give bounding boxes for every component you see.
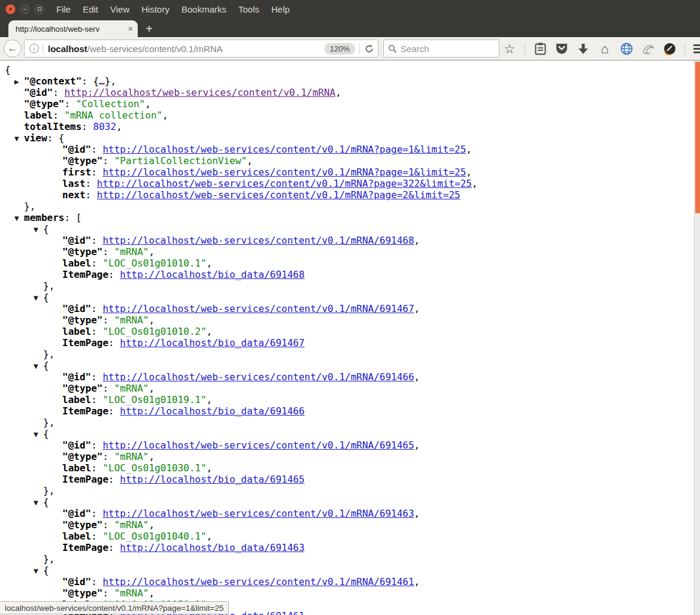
tab-close-icon[interactable]: ×	[128, 24, 133, 34]
json-link[interactable]: http://localhost/web-services/content/v0…	[102, 235, 414, 246]
json-member-id: "@id": http://localhost/web-services/con…	[0, 371, 700, 383]
json-member-itempage: ItemPage: http://localhost/bio_data/6914…	[0, 269, 700, 280]
active-tab[interactable]: http://localhost/web-serv ×	[8, 20, 138, 37]
json-member-close: },	[0, 349, 700, 360]
json-row-view-type: "@type": "PartialCollectionView",	[0, 155, 700, 166]
json-row-view-id: "@id": http://localhost/web-services/con…	[0, 144, 700, 155]
json-member-open: ▼{	[0, 428, 700, 440]
navigation-toolbar: ← i localhost /web-services/content/v0.1…	[0, 37, 700, 60]
urlbar-divider	[43, 43, 43, 54]
json-member-label: label: "LOC_Os01g01030.1",	[0, 462, 700, 474]
scrollbar-track[interactable]	[694, 60, 700, 615]
menu-tools[interactable]: Tools	[238, 4, 259, 14]
expand-triangle-icon[interactable]: ▶	[14, 76, 19, 87]
json-link[interactable]: http://localhost/bio_data/691466	[120, 405, 304, 417]
json-link[interactable]: http://localhost/web-services/content/v0…	[102, 576, 414, 587]
collapse-triangle-icon[interactable]: ▼	[34, 292, 38, 304]
new-tab-button[interactable]: +	[141, 22, 157, 36]
json-member-id: "@id": http://localhost/web-services/con…	[0, 440, 700, 451]
orange-orb-extension-icon[interactable]	[663, 43, 676, 55]
json-link[interactable]: http://localhost/web-services/content/v0…	[102, 508, 414, 519]
json-member-open: ▼{	[0, 565, 700, 576]
json-link[interactable]: http://localhost/bio_data/691463	[120, 542, 304, 553]
json-link[interactable]: http://localhost/web-services/content/v0…	[64, 87, 335, 98]
json-member-type: "@type": "mRNA",	[0, 519, 700, 531]
menu-file[interactable]: File	[56, 4, 71, 14]
json-link[interactable]: http://localhost/web-services/content/v0…	[102, 166, 466, 178]
window-maximize-button[interactable]	[34, 4, 44, 14]
toolbar-divider	[684, 43, 685, 56]
json-member-itempage: ItemPage: http://localhost/bio_data/6914…	[0, 474, 700, 485]
collapse-triangle-icon[interactable]: ▼	[14, 213, 19, 224]
json-member-type: "@type": "mRNA",	[0, 314, 700, 326]
collapse-triangle-icon[interactable]: ▼	[34, 497, 38, 508]
menu-view[interactable]: View	[110, 4, 129, 14]
json-link[interactable]: http://localhost/web-services/content/v0…	[102, 371, 414, 383]
json-row-view-next: next: http://localhost/web-services/cont…	[0, 189, 700, 201]
json-link[interactable]: http://localhost/bio_data/691465	[120, 474, 304, 485]
menu-edit[interactable]: Edit	[83, 4, 98, 14]
json-member-close: },	[0, 485, 700, 496]
json-link[interactable]: http://localhost/web-services/content/v0…	[97, 189, 460, 201]
tab-title: http://localhost/web-serv	[16, 25, 125, 34]
search-box[interactable]	[383, 40, 499, 57]
json-link[interactable]: http://localhost/web-services/content/v0…	[102, 303, 414, 314]
json-row-context: ▶"@context": {…},	[0, 75, 700, 87]
json-row-totalitems: totalItems: 8032,	[0, 121, 700, 132]
toolbar-icons: ☆ ⌂	[503, 37, 700, 60]
json-member-id: "@id": http://localhost/web-services/con…	[0, 235, 700, 246]
json-link[interactable]: http://localhost/web-services/content/v0…	[102, 144, 466, 155]
toolbar-divider	[525, 43, 525, 56]
download-icon[interactable]	[577, 43, 590, 55]
globe-extension-icon[interactable]	[620, 43, 633, 55]
json-member-label: label: "LOC_Os01g01010.1",	[0, 257, 700, 269]
json-link[interactable]: http://localhost/web-services/content/v0…	[97, 178, 472, 189]
url-path: /web-services/content/v0.1/mRNA	[87, 44, 325, 54]
search-input[interactable]	[401, 44, 520, 54]
json-link[interactable]: http://localhost/bio_data/691467	[120, 337, 304, 349]
json-member-open: ▼{	[0, 292, 700, 303]
menu-help[interactable]: Help	[271, 4, 290, 14]
collapse-triangle-icon[interactable]: ▼	[14, 133, 19, 144]
search-icon	[388, 44, 397, 53]
json-row-type: "@type": "Collection",	[0, 98, 700, 110]
json-link[interactable]: http://localhost/web-services/content/v0…	[102, 440, 414, 451]
collapse-triangle-icon[interactable]: ▼	[34, 565, 38, 577]
bookmark-star-icon[interactable]: ☆	[503, 43, 516, 55]
scrollbar-thumb[interactable]	[695, 62, 700, 213]
sketch-extension-icon[interactable]	[641, 43, 654, 55]
menu-hamburger-icon[interactable]	[693, 44, 700, 53]
json-member-label: label: "LOC_Os01g01019.1",	[0, 394, 700, 405]
json-row-label: label: "mRNA collection",	[0, 110, 700, 121]
menu-history[interactable]: History	[141, 4, 169, 14]
json-member-open: ▼{	[0, 360, 700, 371]
menu-bookmarks[interactable]: Bookmarks	[181, 4, 226, 14]
zoom-level-badge[interactable]: 120%	[325, 43, 355, 54]
bookmarks-list-icon[interactable]	[534, 43, 547, 55]
json-member-itempage: ItemPage: http://localhost/bio_data/6914…	[0, 405, 700, 417]
collapse-triangle-icon[interactable]: ▼	[34, 429, 38, 440]
urlbar-divider	[359, 43, 360, 54]
collapse-triangle-icon[interactable]: ▼	[34, 360, 38, 372]
collapse-triangle-icon[interactable]: ▼	[34, 224, 38, 235]
status-link-preview: localhost/web-services/content/v0.1/mRNA…	[0, 601, 229, 614]
window-minimize-button[interactable]: −	[20, 4, 30, 14]
json-member-id: "@id": http://localhost/web-services/con…	[0, 303, 700, 314]
window-controls: × −	[5, 4, 44, 14]
window-close-button[interactable]: ×	[5, 4, 16, 14]
pocket-icon[interactable]	[555, 43, 568, 54]
site-info-icon[interactable]: i	[29, 44, 39, 53]
browser-window: × − File Edit View History Bookmarks Too…	[0, 0, 700, 615]
json-member-close: },	[0, 417, 700, 428]
url-bar[interactable]: i localhost /web-services/content/v0.1/m…	[24, 40, 378, 57]
json-row-view-first: first: http://localhost/web-services/con…	[0, 166, 700, 178]
back-button[interactable]: ←	[4, 40, 22, 57]
reload-icon[interactable]	[364, 44, 374, 54]
json-row-view-last: last: http://localhost/web-services/cont…	[0, 178, 700, 189]
json-link[interactable]: http://localhost/bio_data/691468	[120, 269, 304, 280]
window-titlebar: × − File Edit View History Bookmarks Too…	[0, 0, 700, 18]
json-member-close: },	[0, 553, 700, 565]
home-icon[interactable]: ⌂	[598, 43, 611, 55]
json-member-open: ▼{	[0, 496, 700, 508]
json-member-open: ▼{	[0, 223, 700, 235]
